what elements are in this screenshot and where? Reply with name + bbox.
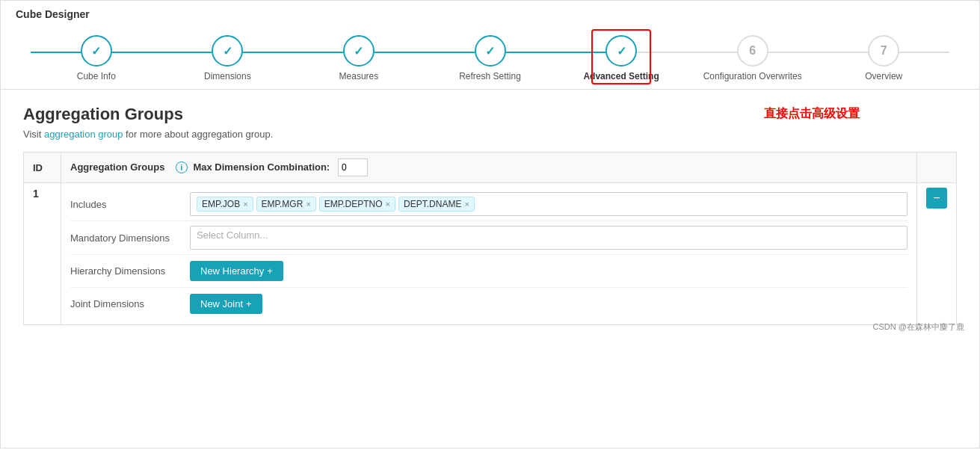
remove-row-button[interactable]: −: [926, 188, 947, 209]
inner-table: Includes EMP.JOB × EMP.MGR: [70, 188, 907, 320]
wizard-step-1[interactable]: ✓ Cube Info: [31, 35, 162, 81]
step-label-2: Dimensions: [204, 71, 251, 81]
step-circle-2: ✓: [212, 35, 243, 67]
col-agg-label: Aggregation Groups: [70, 161, 164, 173]
step-check-1: ✓: [91, 44, 101, 58]
step-label-6: Configuration Overwrites: [703, 71, 802, 81]
annotation-text: 直接点击高级设置: [764, 106, 860, 122]
tag-dept-dname-text: DEPT.DNAME: [404, 199, 461, 209]
joint-content: New Joint +: [190, 288, 907, 321]
tag-emp-mgr-close[interactable]: ×: [306, 200, 310, 209]
new-hierarchy-plus-icon: +: [267, 265, 273, 277]
new-joint-button[interactable]: New Joint +: [190, 294, 262, 314]
tag-emp-deptno: EMP.DEPTNO ×: [319, 197, 395, 212]
wizard-step-7[interactable]: 7 Overview: [818, 35, 949, 81]
tag-emp-job: EMP.JOB ×: [197, 197, 253, 212]
step-num-6: 6: [749, 44, 756, 58]
wizard-steps: ✓ Cube Info ✓ Dimensions ✓ Measures: [31, 35, 949, 81]
col-max-label: Max Dimension Combination:: [193, 161, 330, 173]
main-content: 直接点击高级设置 Aggregation Groups Visit aggreg…: [1, 90, 979, 340]
step-label-7: Overview: [865, 71, 902, 81]
joint-label: Joint Dimensions: [70, 288, 190, 321]
step-check-2: ✓: [223, 44, 232, 58]
tag-emp-mgr-text: EMP.MGR: [262, 199, 303, 209]
max-dim-input[interactable]: [338, 158, 368, 176]
tag-dept-dname: DEPT.DNAME ×: [398, 197, 475, 212]
wizard-step-3[interactable]: ✓ Measures: [293, 35, 425, 81]
step-check-4: ✓: [485, 44, 495, 58]
title-bar: Cube Designer: [1, 1, 979, 28]
tag-emp-mgr: EMP.MGR ×: [256, 197, 316, 212]
tag-emp-job-close[interactable]: ×: [243, 200, 247, 209]
hierarchy-row: Hierarchy Dimensions New Hierarchy +: [70, 255, 907, 288]
new-hierarchy-label: New Hierarchy: [200, 265, 264, 277]
hierarchy-content: New Hierarchy +: [190, 255, 907, 288]
section-subtitle: Visit aggregation group for more about a…: [23, 129, 957, 140]
wizard-step-4[interactable]: ✓ Refresh Setting: [425, 35, 556, 81]
new-joint-label: New Joint: [200, 298, 243, 309]
aggregation-table: ID Aggregation Groups i Max Dimension Co…: [23, 152, 957, 325]
app-container: Cube Designer ✓ Cube Info ✓ Dimensions: [0, 0, 980, 449]
joint-row: Joint Dimensions New Joint +: [70, 288, 907, 321]
step-circle-5: ✓: [605, 35, 637, 67]
new-joint-plus-icon: +: [246, 298, 252, 309]
step-label-1: Cube Info: [77, 71, 116, 81]
tag-emp-deptno-close[interactable]: ×: [386, 200, 390, 209]
step-circle-6: 6: [737, 35, 768, 67]
mandatory-content: Select Column...: [190, 221, 907, 255]
row-action: −: [917, 183, 957, 325]
new-hierarchy-button[interactable]: New Hierarchy +: [190, 261, 283, 281]
col-action-header: [917, 152, 957, 183]
wizard-step-5[interactable]: ✓ Advanced Setting: [555, 35, 687, 81]
subtitle-link[interactable]: aggregation group: [44, 129, 123, 140]
includes-label: Includes: [70, 188, 190, 221]
step-circle-3: ✓: [343, 35, 375, 67]
includes-tag-container[interactable]: EMP.JOB × EMP.MGR × EMP.DEPT: [190, 192, 907, 216]
tag-emp-deptno-text: EMP.DEPTNO: [324, 199, 383, 209]
hierarchy-label: Hierarchy Dimensions: [70, 255, 190, 288]
tag-dept-dname-close[interactable]: ×: [464, 200, 469, 209]
step-circle-1: ✓: [81, 35, 112, 67]
footer-watermark: CSDN @在森林中麋了鹿: [873, 321, 964, 333]
wizard-step-6[interactable]: 6 Configuration Overwrites: [687, 35, 819, 81]
row-id: 1: [24, 183, 61, 325]
info-icon[interactable]: i: [176, 161, 188, 173]
wizard-step-2[interactable]: ✓ Dimensions: [162, 35, 294, 81]
subtitle-suffix: for more about aggregation group.: [126, 129, 273, 140]
includes-row: Includes EMP.JOB × EMP.MGR: [70, 188, 907, 221]
mandatory-row: Mandatory Dimensions Select Column...: [70, 221, 907, 255]
subtitle-prefix: Visit: [23, 129, 44, 140]
step-label-3: Measures: [339, 71, 379, 81]
wizard-bar: ✓ Cube Info ✓ Dimensions ✓ Measures: [1, 28, 979, 90]
tag-emp-job-text: EMP.JOB: [202, 199, 240, 209]
mandatory-select[interactable]: Select Column...: [190, 226, 907, 250]
step-label-4: Refresh Setting: [459, 71, 521, 81]
table-row: 1 Includes EMP.JOB ×: [24, 183, 957, 325]
includes-content: EMP.JOB × EMP.MGR × EMP.DEPT: [190, 188, 907, 221]
app-title: Cube Designer: [16, 8, 90, 20]
step-circle-7: 7: [868, 35, 899, 67]
step-num-7: 7: [881, 44, 887, 58]
step-check-5: ✓: [617, 44, 626, 58]
step-circle-4: ✓: [475, 35, 506, 67]
col-id-header: ID: [24, 152, 61, 183]
step-check-3: ✓: [354, 44, 363, 58]
step-label-5: Advanced Setting: [583, 71, 659, 81]
mandatory-label: Mandatory Dimensions: [70, 221, 190, 255]
col-agg-header: Aggregation Groups i Max Dimension Combi…: [61, 152, 917, 183]
row-content: Includes EMP.JOB × EMP.MGR: [61, 183, 917, 325]
